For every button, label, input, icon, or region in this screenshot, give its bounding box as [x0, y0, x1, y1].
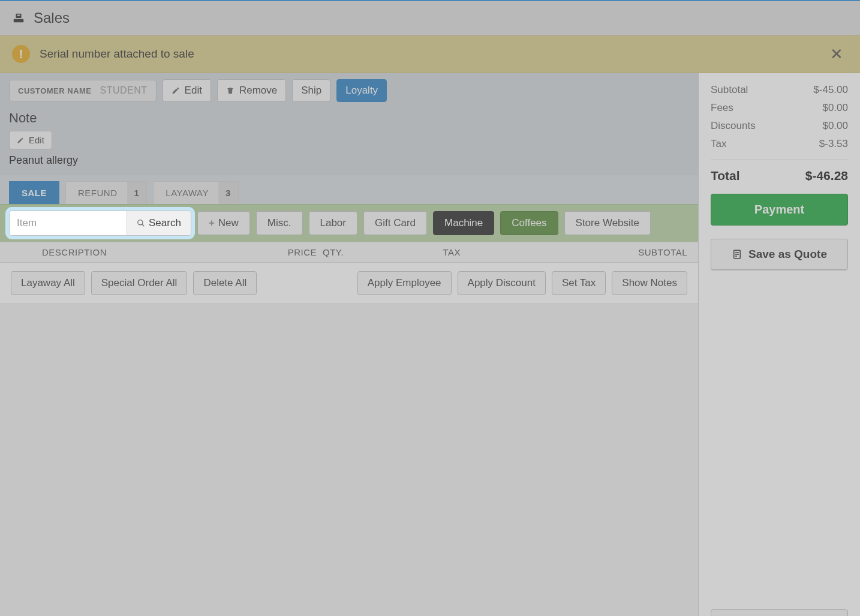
- save-as-quote-button[interactable]: Save as Quote: [711, 239, 848, 270]
- trash-icon: [226, 86, 234, 95]
- layaway-count-badge: 3: [218, 182, 238, 204]
- misc-button[interactable]: Misc.: [256, 211, 303, 235]
- tab-refund[interactable]: REFUND 1: [65, 181, 147, 204]
- layaway-all-button[interactable]: Layaway All: [11, 271, 85, 295]
- giftcard-button[interactable]: Gift Card: [363, 211, 427, 235]
- pencil-icon: [172, 86, 180, 95]
- machine-button[interactable]: Machine: [433, 211, 494, 235]
- tab-sale[interactable]: SALE: [9, 181, 59, 204]
- total-value: $-46.28: [805, 169, 848, 183]
- note-heading: Note: [9, 110, 689, 126]
- plus-icon: +: [209, 217, 215, 229]
- header-bar: Sales: [0, 1, 860, 35]
- th-tax: TAX: [353, 247, 461, 257]
- customer-name: STUDENT: [100, 85, 148, 96]
- apply-discount-button[interactable]: Apply Discount: [458, 271, 546, 295]
- note-section: Note Edit Peanut allergy: [0, 108, 698, 175]
- alert-message: Serial number attached to sale: [40, 47, 816, 61]
- customer-row: CUSTOMER NAME STUDENT Edit Remove Ship L…: [0, 73, 698, 108]
- totals-sidebar: Subtotal$-45.00 Fees$0.00 Discounts$0.00…: [698, 73, 860, 616]
- item-search-group: Search: [9, 211, 191, 236]
- sale-tabs: SALE REFUND 1 LAYAWAY 3: [0, 175, 698, 204]
- edit-note-button[interactable]: Edit: [9, 131, 52, 149]
- tax-label: Tax: [711, 138, 726, 150]
- customer-chip[interactable]: CUSTOMER NAME STUDENT: [9, 80, 157, 101]
- payment-button[interactable]: Payment: [711, 194, 848, 226]
- loyalty-button[interactable]: Loyalty: [336, 79, 387, 102]
- fees-value: $0.00: [822, 102, 848, 114]
- th-qty: QTY.: [317, 247, 353, 257]
- close-icon[interactable]: ✕: [825, 46, 848, 62]
- page-title: Sales: [34, 10, 70, 26]
- show-notes-button[interactable]: Show Notes: [612, 271, 687, 295]
- warning-icon: !: [12, 45, 30, 63]
- line-items-empty: [0, 304, 698, 616]
- set-tax-button[interactable]: Set Tax: [552, 271, 606, 295]
- svg-line-4: [142, 224, 145, 227]
- th-subtotal: SUBTOTAL: [461, 247, 687, 257]
- item-search-input[interactable]: [10, 211, 127, 235]
- item-toolbar: Search + New Misc. Labor Gift Card Machi…: [0, 204, 698, 242]
- search-icon: [137, 219, 145, 227]
- new-item-button[interactable]: + New: [197, 211, 250, 235]
- pencil-icon: [17, 137, 24, 144]
- apply-employee-button[interactable]: Apply Employee: [357, 271, 452, 295]
- discounts-value: $0.00: [822, 120, 848, 132]
- bulk-actions-row: Layaway All Special Order All Delete All…: [0, 263, 698, 304]
- fees-label: Fees: [711, 102, 733, 114]
- customer-label: CUSTOMER NAME: [18, 86, 92, 95]
- tab-layaway[interactable]: LAYAWAY 3: [153, 181, 238, 204]
- subtotal-label: Subtotal: [711, 84, 748, 96]
- delete-all-button[interactable]: Delete All: [193, 271, 257, 295]
- svg-rect-0: [14, 19, 24, 23]
- refund-count-badge: 1: [127, 182, 147, 204]
- edit-customer-button[interactable]: Edit: [163, 79, 211, 102]
- alert-banner: ! Serial number attached to sale ✕: [0, 35, 860, 73]
- cancel-sale-button[interactable]: Cancel Sale: [711, 609, 848, 616]
- note-text: Peanut allergy: [9, 154, 689, 167]
- remove-customer-button[interactable]: Remove: [217, 79, 286, 102]
- tax-value: $-3.53: [819, 138, 848, 150]
- quote-icon: [732, 249, 742, 260]
- total-label: Total: [711, 169, 740, 183]
- subtotal-value: $-45.00: [813, 84, 848, 96]
- th-price: PRICE: [257, 247, 317, 257]
- line-items-header: DESCRIPTION PRICE QTY. TAX SUBTOTAL: [0, 242, 698, 263]
- register-icon: [12, 11, 25, 25]
- store-website-button[interactable]: Store Website: [564, 211, 651, 235]
- discounts-label: Discounts: [711, 120, 756, 132]
- svg-point-3: [138, 220, 143, 225]
- coffees-button[interactable]: Coffees: [500, 211, 558, 235]
- th-description: DESCRIPTION: [11, 247, 257, 257]
- labor-button[interactable]: Labor: [309, 211, 357, 235]
- ship-button[interactable]: Ship: [292, 79, 330, 102]
- special-order-all-button[interactable]: Special Order All: [91, 271, 188, 295]
- item-search-button[interactable]: Search: [127, 211, 191, 235]
- svg-rect-2: [17, 15, 20, 16]
